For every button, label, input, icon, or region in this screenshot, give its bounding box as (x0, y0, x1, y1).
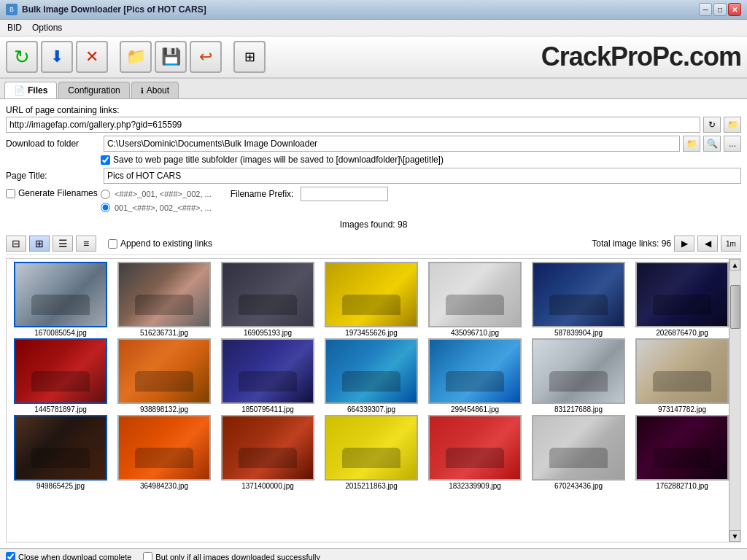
page-title-input[interactable] (104, 168, 741, 184)
view-medium-grid-button[interactable]: ⊞ (29, 236, 50, 252)
menu-bid[interactable]: BID (3, 21, 26, 34)
minimize-button[interactable]: ─ (699, 3, 712, 16)
close-when-done-label: Close when download complete (18, 553, 131, 561)
generate-filenames-checkbox[interactable] (6, 189, 15, 198)
list-item[interactable]: 587839904.jpg (527, 262, 630, 337)
tab-files-icon: 📄 (14, 85, 25, 96)
folder-browse-button[interactable]: 📁 (683, 136, 700, 152)
save-button[interactable]: 💾 (155, 41, 187, 73)
radio-format-1[interactable] (101, 190, 110, 199)
scrollbar-down-button[interactable]: ▼ (729, 530, 740, 542)
list-item[interactable]: 949865425.jpg (9, 415, 112, 490)
save-subfolder-checkbox[interactable] (101, 155, 110, 165)
page-title-label: Page Title: (6, 171, 101, 181)
app-icon: B (6, 4, 18, 15)
radio-format-2-label: 001_<###>, 002_<###>, ... (115, 203, 212, 212)
image-filename: 169095193.jpg (244, 329, 292, 337)
filename-prefix-input[interactable] (301, 187, 388, 201)
list-item[interactable]: 664339307.jpg (320, 338, 422, 413)
list-item[interactable]: 670243436.jpg (527, 415, 630, 490)
images-grid-wrapper: 1670085054.jpg516236731.jpg169095193.jpg… (6, 258, 741, 542)
scrollbar-thumb[interactable] (730, 285, 740, 329)
list-item[interactable]: 1670085054.jpg (9, 262, 112, 337)
folder-row: Download to folder 📁 🔍 ... (6, 136, 741, 152)
image-filename: 2026876470.jpg (656, 329, 708, 337)
image-filename: 587839904.jpg (554, 329, 603, 337)
next-button[interactable]: 1m (721, 236, 741, 252)
image-filename: 831217688.jpg (554, 405, 603, 413)
menu-bar: BID Options (0, 20, 747, 36)
close-when-done-checkbox[interactable] (6, 552, 15, 560)
total-links-text: Total image links: 96 (592, 238, 671, 249)
list-item[interactable]: 299454861.jpg (424, 338, 526, 413)
url-label: URL of page containing links: (6, 105, 120, 115)
image-toolbar: ⊟ ⊞ ☰ ≡ Append to existing links Total i… (6, 233, 741, 255)
page-title-row: Page Title: (6, 168, 741, 184)
tab-about-icon: ℹ (141, 87, 144, 95)
status-bar: Close when download complete But only if… (0, 548, 747, 560)
tab-files[interactable]: 📄 Files (4, 82, 57, 98)
tab-about[interactable]: ℹ About (131, 82, 179, 98)
brand-text: CrackProPc.com (541, 42, 741, 72)
view-details-button[interactable]: ≡ (76, 236, 96, 252)
folder-input[interactable] (104, 136, 680, 152)
but-only-checkbox[interactable] (143, 552, 152, 560)
grid-button[interactable]: ⊞ (233, 41, 266, 73)
refresh-button[interactable]: ↻ (6, 41, 38, 73)
images-inner: 1670085054.jpg516236731.jpg169095193.jpg… (7, 259, 729, 493)
image-filename: 1445781897.jpg (34, 405, 87, 413)
list-item[interactable]: 973147782.jpg (631, 338, 729, 413)
image-filename: 1973455626.jpg (345, 329, 398, 337)
url-input[interactable] (6, 117, 700, 133)
view-large-grid-button[interactable]: ⊟ (6, 236, 26, 252)
view-list-button[interactable]: ☰ (53, 236, 73, 252)
folder-search-button[interactable]: 🔍 (703, 136, 721, 152)
radio-format-2[interactable] (101, 203, 110, 212)
list-item[interactable]: 1371400000.jpg (217, 415, 319, 490)
download-button[interactable]: ⬇ (41, 41, 73, 73)
image-filename: 664339307.jpg (347, 405, 395, 413)
scrollbar-up-button[interactable]: ▲ (729, 259, 740, 271)
images-scroll-area[interactable]: 1670085054.jpg516236731.jpg169095193.jpg… (7, 259, 729, 542)
window-title: Bulk Image Downloader [Pics of HOT CARS] (22, 4, 206, 15)
list-item[interactable]: 516236731.jpg (113, 262, 215, 337)
list-item[interactable]: 169095193.jpg (217, 262, 319, 337)
tab-files-label: Files (28, 85, 47, 96)
folder-more-button[interactable]: ... (724, 136, 741, 152)
append-links-label: Append to existing links (120, 238, 212, 249)
image-filename: 364984230.jpg (140, 482, 188, 490)
menu-options[interactable]: Options (28, 21, 66, 34)
list-item[interactable]: 831217688.jpg (527, 338, 630, 413)
play-button[interactable]: ▶ (674, 236, 694, 252)
url-folder-button[interactable]: 📁 (724, 117, 741, 133)
list-item[interactable]: 1445781897.jpg (9, 338, 112, 413)
undo-button[interactable]: ↩ (190, 41, 222, 73)
append-links-checkbox[interactable] (108, 239, 117, 249)
list-item[interactable]: 1850795411.jpg (217, 338, 319, 413)
url-refresh-button[interactable]: ↻ (703, 117, 721, 133)
open-folder-button[interactable]: 📁 (120, 41, 152, 73)
list-item[interactable]: 1973455626.jpg (320, 262, 422, 337)
list-item[interactable]: 2015211863.jpg (320, 415, 422, 490)
list-item[interactable]: 938898132.jpg (113, 338, 215, 413)
maximize-button[interactable]: □ (713, 3, 727, 16)
list-item[interactable]: 2026876470.jpg (631, 262, 729, 337)
but-only-label: But only if all images downloaded succes… (155, 553, 320, 561)
list-item[interactable]: 364984230.jpg (113, 415, 215, 490)
main-content: URL of page containing links: ↻ 📁 Downlo… (0, 99, 747, 548)
close-button[interactable]: ✕ (728, 3, 741, 16)
list-item[interactable]: 1762882710.jpg (631, 415, 729, 490)
image-filename: 1371400000.jpg (241, 482, 294, 490)
image-filename: 949865425.jpg (36, 482, 85, 490)
tabs-area: 📄 Files Configuration ℹ About (0, 79, 747, 99)
tab-configuration[interactable]: Configuration (58, 82, 129, 98)
stop-button[interactable]: ✕ (76, 41, 108, 73)
image-filename: 516236731.jpg (140, 329, 188, 337)
images-found-text: Images found: 98 (6, 217, 741, 233)
list-item[interactable]: 435096710.jpg (424, 262, 526, 337)
radio-group: <###>_001, <###>_002, ... Filename Prefi… (101, 187, 388, 214)
image-filename: 1832339909.jpg (449, 482, 501, 490)
tab-about-label: About (147, 85, 169, 96)
prev-button[interactable]: ◀ (697, 236, 718, 252)
list-item[interactable]: 1832339909.jpg (424, 415, 526, 490)
